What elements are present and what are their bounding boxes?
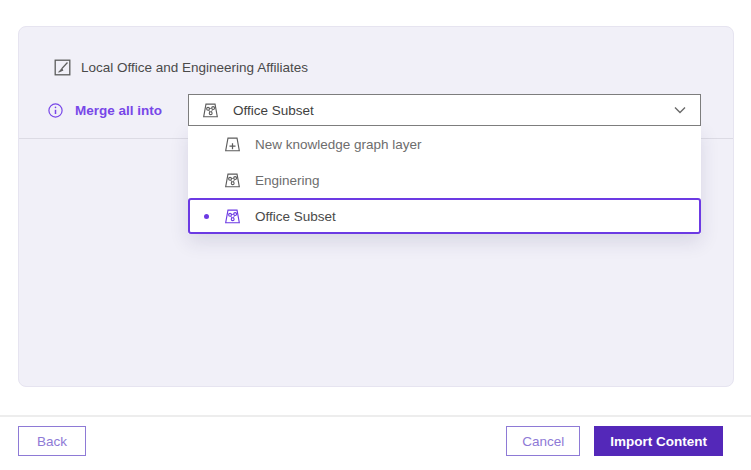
chevron-down-icon (674, 106, 686, 114)
knowledge-graph-layer-icon (223, 172, 242, 189)
info-icon[interactable] (48, 103, 63, 118)
dropdown-item-new-knowledge-graph-layer[interactable]: New knowledge graph layer (188, 126, 701, 162)
merge-all-into-label: Merge all into (75, 103, 162, 118)
import-content-button[interactable]: Import Content (594, 426, 723, 456)
footer-divider (0, 415, 751, 417)
dropdown-item-label: Office Subset (255, 209, 336, 224)
source-layer-row: Local Office and Engineering Affiliates (54, 51, 308, 83)
dropdown-item-label: Enginering (255, 173, 320, 188)
import-options-panel: Local Office and Engineering Affiliates … (18, 26, 734, 387)
merge-target-dropdown: New knowledge graph layer Enginering (188, 126, 701, 234)
new-knowledge-graph-layer-icon (223, 136, 242, 153)
merge-row: Merge all into (48, 88, 162, 132)
sketch-layer-icon (54, 59, 71, 76)
dropdown-item-label: New knowledge graph layer (255, 137, 422, 152)
dropdown-item-enginering[interactable]: Enginering (188, 162, 701, 198)
footer-action-group: Cancel Import Content (506, 426, 723, 456)
knowledge-graph-layer-icon (223, 208, 242, 225)
knowledge-graph-layer-icon (201, 102, 220, 119)
merge-target-select[interactable]: Office Subset (188, 94, 701, 126)
selected-bullet (204, 214, 209, 219)
cancel-button[interactable]: Cancel (506, 426, 580, 456)
select-value: Office Subset (233, 103, 661, 118)
dropdown-item-office-subset[interactable]: Office Subset (188, 198, 701, 234)
back-button[interactable]: Back (18, 426, 86, 456)
source-layer-label: Local Office and Engineering Affiliates (81, 60, 308, 75)
